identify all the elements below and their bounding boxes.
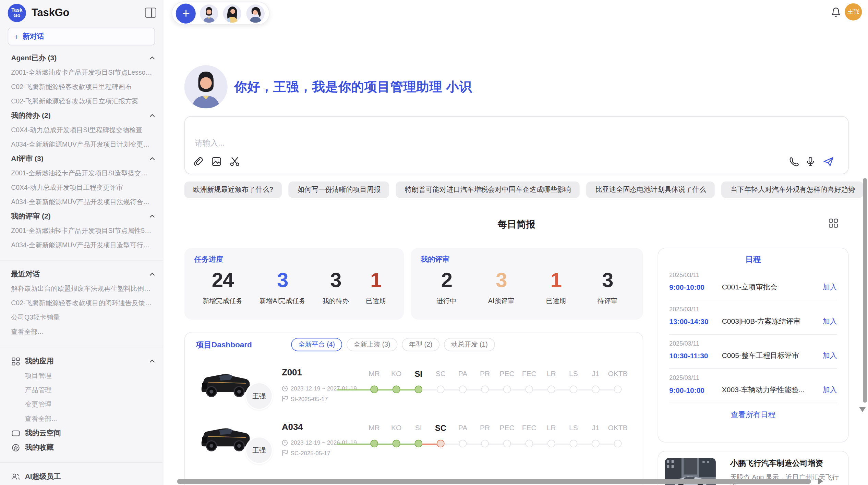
recent-chat-item[interactable]: C02-飞腾新能源轻客改款项目的闭环通告反馈情况	[0, 296, 163, 310]
stat-label: 新增AI完成任务	[260, 297, 306, 306]
schedule-date: 2025/03/11	[669, 272, 837, 278]
chat-input[interactable]	[194, 138, 694, 148]
new-chat-button[interactable]: + 新对话	[8, 28, 155, 46]
suggestion-chip[interactable]: 当下年轻人对汽车外观有怎样的喜好趋势	[722, 182, 864, 198]
recent-chat-item[interactable]: 公司Q3轻卡销量	[0, 310, 163, 325]
suggestion-chip[interactable]: 如何写一份清晰的项目周报	[289, 182, 389, 198]
join-link[interactable]: 加入	[823, 385, 837, 395]
app-link[interactable]: 项目管理	[0, 368, 163, 383]
task-progress-card: 任务进度 24 新增完成任务 3 新增AI完成任务 3 我的待办	[184, 248, 404, 320]
vertical-scrollbar-thumb[interactable]	[863, 178, 867, 403]
section-recent-chats[interactable]: 最近对话	[0, 267, 163, 282]
sidebar-item[interactable]: Z001-全新燃油皮卡产品开发项目SI节点Lesson Learn报告	[0, 65, 163, 80]
milestone-dot	[437, 386, 445, 394]
recent-chat-item[interactable]: 查看全部...	[0, 325, 163, 339]
flag-icon	[282, 450, 288, 456]
milestone-dot	[370, 386, 378, 394]
agent-avatar[interactable]	[223, 4, 241, 22]
schedule-time: 9:00-10:00	[669, 386, 722, 394]
send-icon[interactable]	[823, 156, 834, 167]
milestone-dot	[525, 440, 533, 448]
milestone-label: PA	[452, 421, 474, 435]
scissors-icon[interactable]	[229, 156, 240, 167]
schedule-item: 2025/03/11 10:30-11:30 C005-整车工程目标评审 加入	[669, 334, 837, 368]
stat-value: 1	[546, 268, 566, 293]
app-link[interactable]: 查看全部...	[0, 411, 163, 426]
dashboard-tab[interactable]: 动总开发 (1)	[444, 338, 495, 351]
stat: 24 新增完成任务	[203, 268, 242, 306]
notifications-bell-icon[interactable]	[830, 7, 841, 17]
milestone-dot	[570, 386, 578, 394]
agent-switcher	[172, 2, 270, 25]
milestone-track: MR KO SI	[363, 421, 629, 449]
scroll-right-arrow[interactable]	[818, 478, 823, 484]
schedule-item: 2025/03/11 13:00-14:30 C003|H0B-方案冻结评审 加…	[669, 300, 837, 334]
app-link[interactable]: 产品管理	[0, 383, 163, 397]
agent-avatar[interactable]	[246, 4, 265, 22]
sidebar-item[interactable]: A034-全新新能源MUV产品开发项目造型可行性评审	[0, 238, 163, 252]
collapse-sidebar-icon[interactable]	[145, 8, 156, 18]
join-link[interactable]: 加入	[823, 316, 837, 326]
sidebar-item-favorites[interactable]: 我的收藏	[0, 440, 163, 455]
view-all-schedule-link[interactable]: 查看所有日程	[669, 403, 837, 420]
project-row[interactable]: 王强 A034 2023-12-19 ~ 2026-01-19 SC-2025-…	[197, 415, 630, 470]
join-link[interactable]: 加入	[823, 351, 837, 361]
sidebar-item-ai-staff[interactable]: AI超级员工	[0, 470, 163, 484]
agent-avatar[interactable]	[200, 4, 218, 22]
sidebar-item-my-apps[interactable]: 我的应用	[0, 354, 163, 368]
suggestion-chip[interactable]: 比亚迪全固态电池计划具体说了什么	[587, 182, 715, 198]
plus-icon: +	[14, 32, 19, 41]
milestone-label: PR	[474, 367, 496, 381]
favorites-icon	[11, 443, 20, 452]
milestone-label: SI	[407, 421, 430, 435]
layout-grid-icon[interactable]	[829, 219, 838, 228]
add-agent-button[interactable]	[177, 4, 195, 22]
milestone-dot	[614, 440, 622, 448]
milestone-track: MR KO SI	[363, 367, 629, 395]
daily-brief-title: 每日简报	[184, 218, 849, 231]
project-owner-badge: 王强	[245, 382, 273, 410]
app-link[interactable]: 变更管理	[0, 397, 163, 411]
sidebar-item[interactable]: A034-全新新能源MUV产品开发项目法规符合性评审	[0, 195, 163, 209]
sidebar-item[interactable]: C02-飞腾新能源轻客改款项目立项汇报方案	[0, 94, 163, 109]
project-vehicle-image	[197, 365, 252, 400]
sidebar-item[interactable]: C0X4-动力总成开发项目SI里程碑提交物检查	[0, 123, 163, 137]
horizontal-scrollbar-thumb[interactable]	[177, 479, 811, 484]
suggestion-chip[interactable]: 欧洲新规最近颁布了什么?	[184, 182, 282, 198]
image-icon[interactable]	[211, 156, 222, 167]
schedule-time: 13:00-14:30	[669, 317, 722, 325]
suggestion-chip[interactable]: 特朗普可能对进口汽车增税会对中国车企造成哪些影响	[396, 182, 580, 198]
join-link[interactable]: 加入	[823, 282, 837, 292]
sidebar-item[interactable]: Z001-全新燃油轻卡产品开发项目SI造型提交物评审	[0, 166, 163, 180]
divider	[0, 347, 163, 347]
sidebar-item[interactable]: Z001-全新燃油轻卡产品开发项目SI节点属性5D文件评审	[0, 223, 163, 238]
attachment-icon[interactable]	[193, 156, 204, 167]
sidebar-item[interactable]: A034-全新新能源MUV产品开发项目计划变更表编写	[0, 137, 163, 151]
project-owner-badge: 王强	[245, 436, 273, 464]
user-avatar[interactable]: 王强	[845, 3, 862, 21]
phone-call-icon[interactable]	[788, 156, 799, 167]
section-ai-review[interactable]: AI评审 (3)	[0, 151, 163, 166]
milestone-dot	[547, 440, 555, 448]
cloud-space-icon	[11, 428, 20, 437]
milestone-dot	[481, 440, 489, 448]
recent-chat-item[interactable]: 解释最新出台的欧盟报废车法规再生塑料比例被调至15%...	[0, 282, 163, 296]
sidebar-item[interactable]: C02-飞腾新能源轻客改款项目里程碑画布	[0, 80, 163, 94]
dashboard-tab[interactable]: 全新平台 (4)	[291, 338, 342, 351]
schedule-date: 2025/03/11	[669, 306, 837, 312]
news-title: 小鹏飞行汽车制造公司增资	[722, 458, 841, 468]
milestone-label: KO	[385, 367, 408, 381]
sidebar-item-cloud-space[interactable]: 我的云空间	[0, 426, 163, 440]
section-agent-done[interactable]: Agent已办 (3)	[0, 51, 163, 65]
dashboard-tab[interactable]: 全新上装 (3)	[347, 338, 398, 351]
section-my-review[interactable]: 我的评审 (2)	[0, 209, 163, 223]
dashboard-tab[interactable]: 年型 (2)	[402, 338, 439, 351]
new-chat-label: 新对话	[23, 32, 44, 41]
stat-label: 已逾期	[366, 297, 386, 306]
project-row[interactable]: 王强 Z001 2023-12-19 ~ 2027-01-19 SI-2025-…	[197, 361, 630, 415]
section-my-todo[interactable]: 我的待办 (2)	[0, 109, 163, 123]
milestone-dot	[393, 386, 400, 394]
microphone-icon[interactable]	[805, 156, 816, 167]
sidebar-item[interactable]: C0X4-动力总成开发项目工程变更评审	[0, 180, 163, 195]
scroll-down-arrow[interactable]	[859, 407, 866, 412]
